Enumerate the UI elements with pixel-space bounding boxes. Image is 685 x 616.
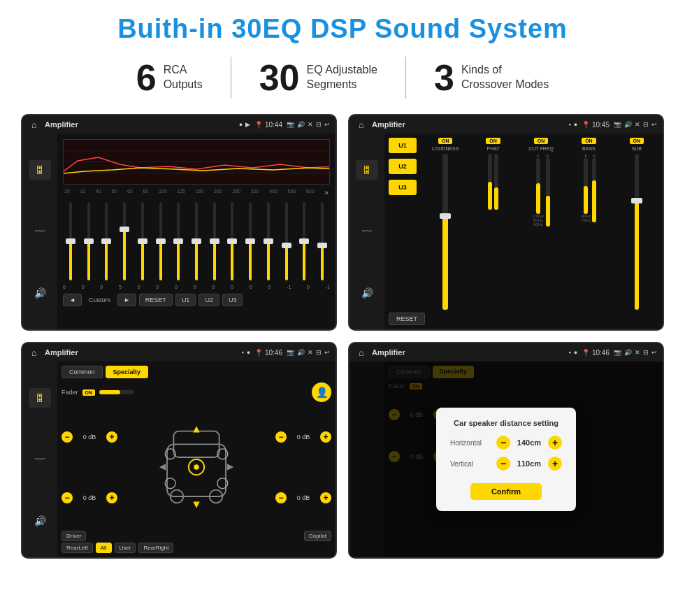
dlg-home-icon[interactable]: ⌂ xyxy=(355,346,368,359)
loudness-label: LOUDNESS xyxy=(432,146,459,151)
dialog-vertical-plus[interactable]: + xyxy=(548,457,562,471)
spk-status-time: 📍 10:46 xyxy=(254,349,282,357)
db-plus-tl[interactable]: + xyxy=(106,431,117,443)
db-value-tr: 0 dB xyxy=(289,434,318,440)
spk-home-icon[interactable]: ⌂ xyxy=(28,346,41,359)
spk-avatar-btn[interactable]: 👤 xyxy=(312,382,331,402)
eq-next-btn[interactable]: ► xyxy=(117,294,136,306)
db-minus-bl[interactable]: − xyxy=(62,492,73,503)
eq-slider-6[interactable] xyxy=(153,199,168,283)
bass-label: BASS xyxy=(582,146,596,151)
bass-slider-g[interactable] xyxy=(592,158,596,222)
eq-slider-12[interactable] xyxy=(261,199,276,283)
spk-rearleft-btn[interactable]: RearLeft xyxy=(62,543,93,553)
page-title: Buith-in 30EQ DSP Sound System xyxy=(21,14,664,44)
knob-bass: ON BASS F 90Hz 70Hz xyxy=(567,138,610,310)
sub-slider[interactable] xyxy=(635,154,639,310)
dialog-screen-card: ⌂ Amplifier ▪ ● 📍 10:46 📷 🔊 ✕ ⊟ ↩ xyxy=(348,342,664,559)
eq-sidebar-icon-1[interactable]: 🎛 xyxy=(29,160,51,180)
dlg-status-icons: ▪ ● xyxy=(569,349,578,356)
db-minus-br[interactable]: − xyxy=(275,492,287,503)
eq-slider-14[interactable] xyxy=(297,199,312,283)
spk-rearright-btn[interactable]: RearRight xyxy=(138,543,173,553)
bass-on[interactable]: ON xyxy=(582,138,596,144)
cutfreq-on[interactable]: ON xyxy=(534,138,549,144)
cross-sidebar-3[interactable]: 🔊 xyxy=(356,283,378,303)
spk-sidebar-3[interactable]: 🔊 xyxy=(29,511,51,531)
dot-icon: ● xyxy=(239,121,243,128)
bass-slider-f[interactable] xyxy=(584,158,588,214)
db-control-br: − 0 dB + xyxy=(275,492,331,503)
db-plus-br[interactable]: + xyxy=(320,492,331,503)
fader-on-badge[interactable]: ON xyxy=(82,389,96,396)
eq-slider-1[interactable] xyxy=(63,199,78,283)
loudness-on[interactable]: ON xyxy=(438,138,453,144)
eq-slider-3[interactable] xyxy=(99,199,114,283)
db-plus-bl[interactable]: + xyxy=(106,492,117,503)
dialog-horizontal-minus[interactable]: − xyxy=(496,436,510,450)
eq-slider-2[interactable] xyxy=(81,199,96,283)
eq-slider-5[interactable] xyxy=(135,199,150,283)
spk-sidebar-1[interactable]: 🎛 xyxy=(29,388,51,408)
spk-tab-specialty[interactable]: Specialty xyxy=(106,366,149,378)
dialog-vertical-minus[interactable]: − xyxy=(496,457,510,471)
cross-sidebar-1[interactable]: 🎛 xyxy=(356,160,378,180)
spk-sidebar-2[interactable]: 〰 xyxy=(29,450,51,469)
spk-copilot-btn[interactable]: Copilot xyxy=(304,531,331,541)
spk-tab-common[interactable]: Common xyxy=(62,366,103,378)
eq-slider-13[interactable] xyxy=(279,199,294,283)
eq-u1-btn[interactable]: U1 xyxy=(175,294,196,306)
eq-prev-btn[interactable]: ◄ xyxy=(63,294,82,306)
dialog-title: Car speaker distance setting xyxy=(450,419,562,427)
sub-on[interactable]: ON xyxy=(630,138,644,144)
eq-sidebar-icon-3[interactable]: 🔊 xyxy=(29,283,51,303)
spk-all-btn[interactable]: All xyxy=(96,543,112,553)
eq-u3-btn[interactable]: U3 xyxy=(222,294,243,306)
eq-sidebar-icon-2[interactable]: 〰 xyxy=(29,222,51,241)
stat-number-rca: 6 xyxy=(136,59,157,96)
cross-u3-btn[interactable]: U3 xyxy=(389,180,417,195)
db-value-br: 0 dB xyxy=(289,494,318,501)
eq-u2-btn[interactable]: U2 xyxy=(199,294,219,306)
eq-slider-15[interactable] xyxy=(315,199,330,283)
cross-home-icon[interactable]: ⌂ xyxy=(355,118,368,131)
spk-driver-btn[interactable]: Driver xyxy=(62,531,86,541)
spk-user-btn[interactable]: User xyxy=(115,543,136,553)
cross-u2-btn[interactable]: U2 xyxy=(389,159,417,174)
eq-slider-8[interactable] xyxy=(189,199,204,283)
eq-slider-10[interactable] xyxy=(225,199,240,283)
cross-status-icons: ▪ ● xyxy=(569,121,578,128)
dlg-camera: 📷 xyxy=(614,349,621,356)
eq-slider-4[interactable] xyxy=(117,199,132,283)
stat-number-eq: 30 xyxy=(259,59,300,96)
cross-u1-btn[interactable]: U1 xyxy=(389,138,417,153)
eq-slider-7[interactable] xyxy=(171,199,186,283)
screens-grid: ⌂ Amplifier ● ▶ 📍 10:44 📷 🔊 ✕ ⊟ ↩ 🎛 xyxy=(21,114,664,559)
eq-reset-btn[interactable]: RESET xyxy=(139,294,173,306)
spk-camera: 📷 xyxy=(287,349,294,356)
phat-slider-2[interactable] xyxy=(494,154,498,210)
cross-reset-btn[interactable]: RESET xyxy=(389,313,425,325)
db-minus-tr[interactable]: − xyxy=(275,431,287,443)
dlg-dot2: ● xyxy=(574,349,577,356)
cutfreq-slider-f[interactable] xyxy=(536,158,540,214)
cutfreq-slider-g[interactable] xyxy=(546,158,550,227)
db-minus-tl[interactable]: − xyxy=(62,431,73,443)
dialog-horizontal-row: Horizontal − 140cm + xyxy=(450,436,562,450)
eq-slider-9[interactable] xyxy=(207,199,222,283)
spk-bottom-row: Driver Copilot xyxy=(62,531,331,541)
fader-slider[interactable] xyxy=(99,390,134,394)
eq-values-row: 00050 00000 00-10-1 xyxy=(63,283,330,291)
eq-slider-11[interactable] xyxy=(243,199,258,283)
phat-on[interactable]: ON xyxy=(486,138,500,144)
db-plus-tr[interactable]: + xyxy=(320,431,331,443)
dialog-confirm-button[interactable]: Confirm xyxy=(470,483,542,500)
cross-sidebar-2[interactable]: 〰 xyxy=(356,222,378,241)
knob-loudness: ON LOUDNESS xyxy=(424,138,467,310)
phat-slider-1[interactable] xyxy=(488,154,492,210)
cross-window: ⊟ xyxy=(643,121,649,128)
loudness-slider[interactable] xyxy=(442,154,448,310)
spk-status-icons: ▪ ● xyxy=(242,349,251,356)
home-icon[interactable]: ⌂ xyxy=(28,118,41,131)
dialog-horizontal-plus[interactable]: + xyxy=(548,436,562,450)
